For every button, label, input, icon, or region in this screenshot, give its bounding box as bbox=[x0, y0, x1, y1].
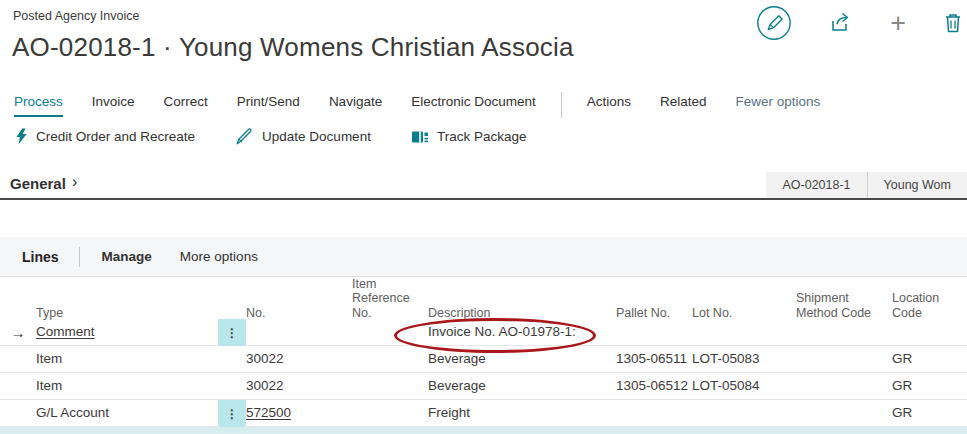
menu-item-invoice[interactable]: Invoice bbox=[92, 94, 135, 117]
fewer-options-button[interactable]: Fewer options bbox=[736, 94, 821, 117]
menu-item-electronic-document[interactable]: Electronic Document bbox=[411, 94, 536, 117]
cell-lot-no[interactable] bbox=[692, 400, 796, 427]
lines-part: Lines Manage More options Type No. Item … bbox=[0, 237, 967, 434]
manage-menu-button[interactable]: Manage bbox=[102, 249, 152, 264]
cell-shipment-method-code[interactable] bbox=[796, 373, 892, 400]
cell-type[interactable]: Item bbox=[36, 373, 218, 400]
promoted-actions-toolbar: Credit Order and Recreate Update Documen… bbox=[15, 127, 526, 146]
menu-item-navigate[interactable]: Navigate bbox=[329, 94, 382, 117]
cell-type[interactable]: Comment bbox=[36, 319, 218, 346]
cell-description[interactable]: Beverage bbox=[428, 373, 616, 400]
cell-description[interactable]: Freight bbox=[428, 400, 616, 427]
menu-item-print-send[interactable]: Print/Send bbox=[237, 94, 300, 117]
cell-type[interactable]: G/L Account bbox=[36, 400, 218, 427]
menu-item-correct[interactable]: Correct bbox=[164, 94, 208, 117]
menu-item-process[interactable]: Process bbox=[14, 94, 63, 117]
horizontal-scrollbar-track bbox=[0, 427, 967, 434]
share-icon bbox=[829, 12, 853, 34]
cell-item-reference-no[interactable] bbox=[352, 346, 428, 373]
lightning-icon bbox=[15, 128, 28, 145]
menu-item-actions[interactable]: Actions bbox=[587, 94, 631, 117]
col-item-reference-no[interactable]: Item Reference No. bbox=[352, 277, 428, 325]
lines-tab[interactable]: Lines bbox=[22, 249, 59, 265]
lines-column-headers: Type No. Item Reference No. Description … bbox=[0, 277, 967, 319]
cell-location-code[interactable]: GR bbox=[892, 346, 967, 373]
edit-button[interactable] bbox=[756, 5, 792, 41]
cell-location-code[interactable]: GR bbox=[892, 400, 967, 427]
cell-item-reference-no[interactable] bbox=[352, 373, 428, 400]
cell-lot-no[interactable] bbox=[692, 319, 796, 346]
share-button[interactable] bbox=[829, 12, 853, 34]
table-row: G/L Account ⋮ 572500 Freight GR bbox=[0, 400, 967, 427]
cell-no[interactable]: 30022 bbox=[246, 346, 352, 373]
cell-shipment-method-code[interactable] bbox=[796, 400, 892, 427]
credit-order-and-recreate-label: Credit Order and Recreate bbox=[36, 129, 195, 144]
page-title: AO-02018-1 · Young Womens Christian Asso… bbox=[12, 32, 574, 63]
collapsed-field-summary: AO-02018-1 Young Wom bbox=[766, 172, 967, 198]
table-row: Item 30022 Beverage 1305-06511 LOT-05083… bbox=[0, 346, 967, 373]
edit-pencil-circle-icon bbox=[756, 5, 792, 41]
menubar-divider bbox=[561, 92, 562, 118]
cell-item-reference-no[interactable] bbox=[352, 319, 428, 346]
row-ellipsis-button[interactable]: ⋮ bbox=[218, 400, 246, 427]
update-document-button[interactable]: Update Document bbox=[235, 127, 371, 146]
cell-pallet-no[interactable] bbox=[616, 319, 692, 346]
cell-description[interactable]: Beverage bbox=[428, 346, 616, 373]
cell-shipment-method-code[interactable] bbox=[796, 346, 892, 373]
cell-pallet-no[interactable]: 1305-06511 bbox=[616, 346, 692, 373]
cell-pallet-no[interactable]: 1305-06512 bbox=[616, 373, 692, 400]
chevron-right-icon: › bbox=[72, 173, 77, 191]
cell-description[interactable]: Invoice No. AO-01978-1: bbox=[428, 319, 616, 346]
header-action-bar: + bbox=[756, 5, 963, 41]
credit-order-and-recreate-button[interactable]: Credit Order and Recreate bbox=[15, 128, 195, 145]
menu-item-related[interactable]: Related bbox=[660, 94, 707, 117]
general-fasttab-header: General › AO-02018-1 Young Wom bbox=[0, 170, 967, 200]
trash-icon bbox=[943, 12, 963, 34]
cell-location-code[interactable] bbox=[892, 319, 967, 346]
package-icon bbox=[411, 129, 429, 145]
table-row: Item 30022 Beverage 1305-06512 LOT-05084… bbox=[0, 373, 967, 400]
cell-no[interactable]: 30022 bbox=[246, 373, 352, 400]
cell-location-code[interactable]: GR bbox=[892, 373, 967, 400]
track-package-button[interactable]: Track Package bbox=[411, 129, 527, 145]
new-button[interactable]: + bbox=[890, 13, 906, 33]
track-package-label: Track Package bbox=[437, 129, 527, 144]
posted-agency-invoice-page: Posted Agency Invoice + bbox=[0, 0, 967, 434]
menubar: Process Invoice Correct Print/Send Navig… bbox=[14, 92, 820, 118]
delete-button[interactable] bbox=[943, 12, 963, 34]
cell-type[interactable]: Item bbox=[36, 346, 218, 373]
cell-shipment-method-code[interactable] bbox=[796, 319, 892, 346]
cell-lot-no[interactable]: LOT-05084 bbox=[692, 373, 796, 400]
summary-badge-customer-name[interactable]: Young Wom bbox=[867, 172, 967, 198]
summary-badge-document-no[interactable]: AO-02018-1 bbox=[766, 172, 866, 198]
plus-icon: + bbox=[890, 13, 906, 33]
active-row-arrow-icon: → bbox=[0, 320, 36, 346]
cell-item-reference-no[interactable] bbox=[352, 400, 428, 427]
cell-lot-no[interactable]: LOT-05083 bbox=[692, 346, 796, 373]
table-row: → Comment ⋮ Invoice No. AO-01978-1: bbox=[0, 319, 967, 346]
general-section-toggle[interactable]: General › bbox=[10, 174, 77, 192]
more-options-button[interactable]: More options bbox=[180, 249, 258, 264]
update-document-label: Update Document bbox=[262, 129, 371, 144]
cell-no[interactable]: 572500 bbox=[246, 400, 352, 427]
general-section-label: General bbox=[10, 175, 66, 192]
cell-no[interactable] bbox=[246, 319, 352, 346]
page-caption: Posted Agency Invoice bbox=[13, 9, 139, 23]
pencil-icon bbox=[235, 127, 254, 146]
cell-pallet-no[interactable] bbox=[616, 400, 692, 427]
lines-toolbar-divider bbox=[79, 247, 80, 267]
row-ellipsis-button[interactable]: ⋮ bbox=[218, 319, 246, 346]
lines-toolbar: Lines Manage More options bbox=[0, 237, 967, 277]
